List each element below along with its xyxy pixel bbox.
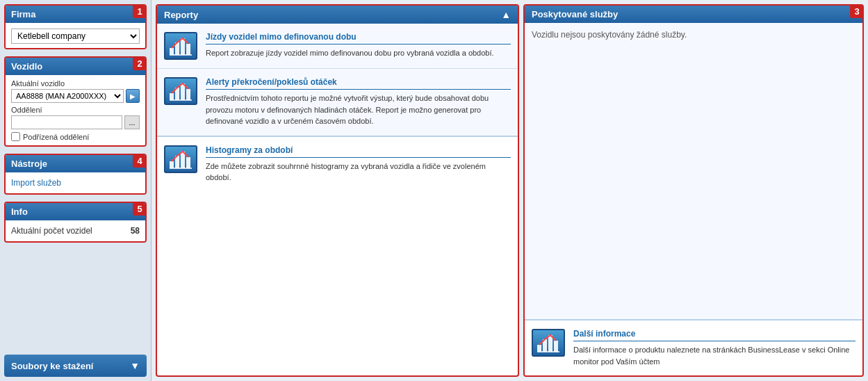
- sluzby-bottom: Další informace Další informace o produk…: [525, 321, 862, 375]
- report-desc-histogram: Zde můžete zobrazit souhrnné histogramy …: [206, 162, 486, 182]
- podrizena-label: Podřízená oddělení: [23, 133, 89, 141]
- svg-rect-7: [181, 83, 185, 100]
- aktualni-label: Aktuální vozidlo: [11, 79, 140, 88]
- report-desc-alerty: Prostřednictvím tohoto reportu je možné …: [206, 94, 489, 125]
- firma-title: Firma: [11, 9, 35, 19]
- soubory-arrow-icon: ▼: [130, 360, 140, 371]
- reporty-body: Jízdy vozidel mimo definovanou dobu Repo…: [157, 24, 518, 375]
- report-item-alerty: Alerty překročení/poklesů otáček Prostře…: [157, 69, 518, 136]
- firma-number: 1: [133, 4, 147, 18]
- sluzby-header: Poskytované služby 3: [525, 6, 862, 23]
- reporty-title: Reporty: [164, 10, 198, 20]
- dalsi-desc: Další informace o produktu naleznete na …: [573, 346, 849, 366]
- report-title-alerty[interactable]: Alerty překročení/poklesů otáček: [206, 77, 511, 90]
- svg-rect-10: [170, 161, 174, 168]
- podrizena-row: Podřízená oddělení: [11, 132, 140, 141]
- firma-body: Ketlebell company: [6, 23, 145, 48]
- reporty-panel: Reporty ▲: [156, 4, 519, 377]
- bar-chart-icon-1: [168, 35, 193, 56]
- vozidlo-body: Aktuální vozidlo AA8888 (MAN A2000XXX) ▶…: [6, 75, 145, 145]
- soubory-label: Soubory ke stažení: [11, 361, 93, 371]
- main-content: Reporty ▲: [152, 0, 868, 381]
- bar-chart-icon-3: [168, 149, 193, 170]
- sluzby-title: Poskytované služby: [532, 9, 618, 19]
- podrizena-checkbox[interactable]: [11, 132, 20, 141]
- report-desc-jizdy: Report zobrazuje jízdy vozidel mimo defi…: [206, 49, 494, 57]
- oddeleni-row: ...: [11, 115, 140, 129]
- oddeleni-input[interactable]: [11, 115, 122, 129]
- svg-rect-3: [186, 44, 190, 55]
- vozidel-row: Aktuální počet vozidel 58: [11, 225, 140, 237]
- vozidel-count: 58: [131, 226, 140, 236]
- nastroje-number: 4: [133, 154, 147, 168]
- info-title: Info: [11, 206, 28, 217]
- reporty-top-section: Jízdy vozidel mimo definovanou dobu Repo…: [157, 24, 518, 137]
- report-text-histogram: Histogramy za období Zde můžete zobrazit…: [206, 145, 511, 184]
- sidebar: Firma 1 Ketlebell company Vozidlo 2 Aktu…: [0, 0, 152, 381]
- report-icon-dalsi[interactable]: [532, 329, 565, 357]
- reporty-sort-icon[interactable]: ▲: [501, 9, 511, 20]
- firma-header: Firma 1: [6, 6, 145, 23]
- report-icon-alerty[interactable]: [164, 77, 197, 105]
- info-body: Aktuální počet vozidel 58: [6, 220, 145, 241]
- vozidlo-row: AA8888 (MAN A2000XXX) ▶: [11, 89, 140, 103]
- firma-section: Firma 1 Ketlebell company: [4, 4, 147, 49]
- svg-rect-15: [537, 345, 541, 352]
- sluzby-panel: Poskytované služby 3 Vozidlu nejsou posk…: [523, 4, 864, 377]
- report-text-alerty: Alerty překročení/poklesů otáček Prostře…: [206, 77, 511, 127]
- nastroje-body: Import služeb: [6, 172, 145, 193]
- report-item-jizdy: Jízdy vozidel mimo definovanou dobu Repo…: [157, 24, 518, 69]
- dalsi-title[interactable]: Další informace: [573, 329, 855, 341]
- report-icon-histogram[interactable]: [164, 145, 197, 173]
- firma-select[interactable]: Ketlebell company: [11, 29, 140, 44]
- vozidlo-number: 2: [133, 56, 147, 70]
- soubory-button[interactable]: Soubory ke stažení ▼: [4, 355, 147, 377]
- reporty-header: Reporty ▲: [157, 6, 518, 24]
- panels-row: Reporty ▲: [152, 0, 868, 381]
- report-title-histogram[interactable]: Histogramy za období: [206, 145, 511, 158]
- report-text-jizdy: Jízdy vozidel mimo definovanou dobu Repo…: [206, 32, 511, 59]
- info-header: Info 5: [6, 203, 145, 220]
- svg-rect-5: [170, 93, 174, 100]
- info-number: 5: [133, 202, 147, 216]
- vozidlo-select[interactable]: AA8888 (MAN A2000XXX): [11, 89, 124, 103]
- svg-rect-13: [186, 157, 190, 168]
- report-item-histogram: Histogramy za období Zde můžete zobrazit…: [157, 137, 518, 192]
- reporty-bottom-section: Histogramy za období Zde můžete zobrazit…: [157, 137, 518, 192]
- svg-rect-8: [186, 89, 190, 100]
- dalsi-text: Další informace Další informace o produk…: [573, 329, 855, 367]
- nastroje-title: Nástroje: [11, 159, 47, 169]
- vozidlo-section: Vozidlo 2 Aktuální vozidlo AA8888 (MAN A…: [4, 56, 147, 147]
- svg-rect-2: [181, 38, 185, 55]
- oddeleni-label: Oddělení: [11, 106, 140, 114]
- sluzby-empty-label: Vozidlu nejsou poskytovány žádné služby.: [532, 30, 687, 40]
- bar-chart-icon-4: [536, 332, 561, 353]
- nastroje-header: Nástroje 4: [6, 155, 145, 172]
- import-sluzeb-link[interactable]: Import služeb: [11, 177, 140, 189]
- vozidlo-arrow-button[interactable]: ▶: [126, 89, 140, 103]
- sluzby-number: 3: [850, 4, 864, 18]
- bar-chart-icon-2: [168, 81, 193, 102]
- vozidlo-title: Vozidlo: [11, 61, 42, 72]
- oddeleni-dots-button[interactable]: ...: [124, 115, 140, 129]
- info-section: Info 5 Aktuální počet vozidel 58: [4, 202, 147, 243]
- svg-rect-18: [554, 341, 558, 352]
- vozidel-label: Aktuální počet vozidel: [11, 226, 92, 236]
- report-title-jizdy[interactable]: Jízdy vozidel mimo definovanou dobu: [206, 32, 511, 44]
- svg-rect-17: [548, 335, 552, 352]
- svg-rect-12: [181, 152, 185, 168]
- vozidlo-header: Vozidlo 2: [6, 58, 145, 75]
- report-icon-jizdy[interactable]: [164, 32, 197, 60]
- sluzby-empty-text: Vozidlu nejsou poskytovány žádné služby.: [525, 23, 862, 321]
- svg-rect-0: [170, 48, 174, 55]
- nastroje-section: Nástroje 4 Import služeb: [4, 154, 147, 195]
